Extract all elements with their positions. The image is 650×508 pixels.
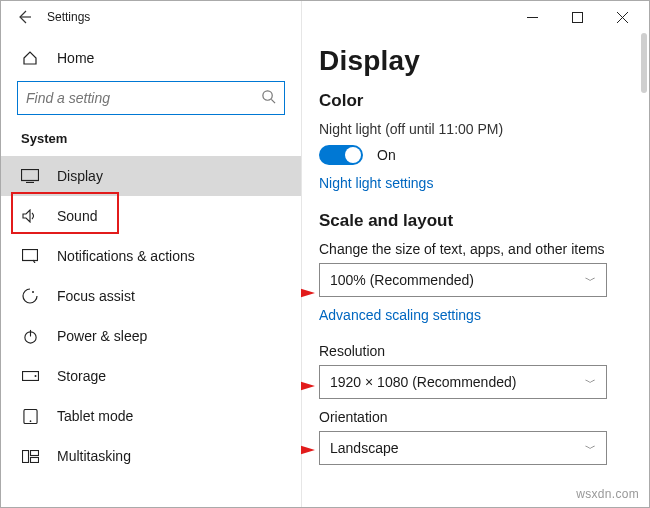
sidebar-item-label: Sound [57, 208, 97, 224]
window-body: Home System Display [1, 33, 649, 507]
minimize-button[interactable] [510, 2, 555, 32]
svg-point-9 [32, 291, 34, 293]
tablet-icon [21, 409, 39, 424]
scale-select-value: 100% (Recommended) [330, 272, 474, 288]
scale-select[interactable]: 100% (Recommended) ﹀ [319, 263, 607, 297]
window-title: Settings [47, 10, 90, 24]
section-scale-layout: Scale and layout [319, 211, 637, 231]
advanced-scaling-link[interactable]: Advanced scaling settings [319, 307, 481, 323]
chevron-down-icon: ﹀ [585, 273, 596, 288]
page-title: Display [319, 45, 637, 77]
titlebar: Settings [1, 1, 649, 33]
resolution-select-value: 1920 × 1080 (Recommended) [330, 374, 516, 390]
night-light-toggle[interactable] [319, 145, 363, 165]
scrollbar[interactable] [641, 33, 647, 93]
sidebar-item-display[interactable]: Display [1, 156, 301, 196]
toggle-knob [345, 147, 361, 163]
svg-point-13 [34, 375, 36, 377]
storage-icon [21, 371, 39, 381]
svg-point-4 [263, 91, 272, 100]
resolution-select[interactable]: 1920 × 1080 (Recommended) ﹀ [319, 365, 607, 399]
svg-marker-20 [301, 377, 315, 395]
orientation-select[interactable]: Landscape ﹀ [319, 431, 607, 465]
settings-window: Settings Home [0, 0, 650, 508]
annotation-arrow [301, 284, 315, 302]
toggle-state-label: On [377, 147, 396, 163]
sidebar-item-sound[interactable]: Sound [1, 196, 301, 236]
sidebar-item-tablet-mode[interactable]: Tablet mode [1, 396, 301, 436]
minimize-icon [527, 12, 538, 23]
svg-rect-17 [30, 450, 38, 455]
chevron-down-icon: ﹀ [585, 375, 596, 390]
sidebar-item-label: Power & sleep [57, 328, 147, 344]
night-light-status: Night light (off until 11:00 PM) [319, 121, 637, 137]
night-light-settings-link[interactable]: Night light settings [319, 175, 433, 191]
resolution-field-label: Resolution [319, 343, 637, 359]
sidebar-item-notifications[interactable]: Notifications & actions [1, 236, 301, 276]
search-wrap [1, 77, 301, 125]
svg-rect-8 [23, 250, 38, 261]
maximize-icon [572, 12, 583, 23]
sidebar-item-label: Storage [57, 368, 106, 384]
multitasking-icon [21, 450, 39, 463]
maximize-button[interactable] [555, 2, 600, 32]
annotation-arrow [301, 441, 315, 459]
watermark: wsxdn.com [576, 487, 639, 501]
svg-point-15 [29, 420, 31, 422]
search-box[interactable] [17, 81, 285, 115]
search-input[interactable] [26, 90, 261, 106]
svg-rect-1 [573, 12, 583, 22]
focus-assist-icon [21, 288, 39, 304]
display-icon [21, 169, 39, 183]
sidebar-item-storage[interactable]: Storage [1, 356, 301, 396]
search-icon [261, 89, 276, 107]
sidebar-group-label: System [1, 125, 301, 156]
power-icon [21, 329, 39, 344]
sidebar-item-label: Notifications & actions [57, 248, 195, 264]
sidebar-item-label: Focus assist [57, 288, 135, 304]
svg-line-5 [271, 99, 275, 103]
home-icon [21, 50, 39, 66]
close-icon [617, 12, 628, 23]
svg-rect-6 [22, 170, 39, 181]
sidebar-item-power-sleep[interactable]: Power & sleep [1, 316, 301, 356]
sidebar-item-label: Multitasking [57, 448, 131, 464]
arrow-left-icon [16, 9, 32, 25]
notifications-icon [21, 249, 39, 263]
sidebar-item-label: Display [57, 168, 103, 184]
svg-marker-21 [301, 441, 315, 459]
scale-field-label: Change the size of text, apps, and other… [319, 241, 637, 257]
night-light-toggle-row: On [319, 145, 637, 165]
close-button[interactable] [600, 2, 645, 32]
orientation-field-label: Orientation [319, 409, 637, 425]
content-pane: Display Color Night light (off until 11:… [301, 33, 649, 507]
orientation-select-value: Landscape [330, 440, 399, 456]
svg-rect-18 [30, 457, 38, 462]
home-nav[interactable]: Home [1, 39, 301, 77]
sidebar: Home System Display [1, 33, 301, 507]
sidebar-item-label: Tablet mode [57, 408, 133, 424]
sound-icon [21, 209, 39, 223]
svg-marker-19 [301, 284, 315, 302]
chevron-down-icon: ﹀ [585, 441, 596, 456]
sidebar-item-multitasking[interactable]: Multitasking [1, 436, 301, 476]
annotation-arrow [301, 377, 315, 395]
sidebar-item-focus-assist[interactable]: Focus assist [1, 276, 301, 316]
svg-rect-16 [22, 450, 28, 462]
home-label: Home [57, 50, 94, 66]
section-color: Color [319, 91, 637, 111]
back-button[interactable] [11, 4, 37, 30]
